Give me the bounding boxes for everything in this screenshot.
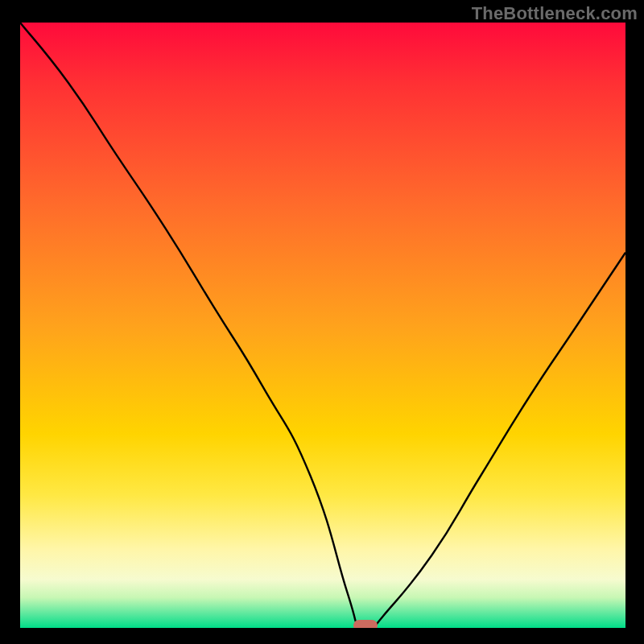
plot-area — [20, 23, 625, 628]
bottleneck-curve — [20, 23, 625, 628]
curve-svg — [20, 23, 625, 628]
watermark-text: TheBottleneck.com — [472, 3, 638, 24]
optimum-marker — [353, 620, 378, 628]
chart-container: TheBottleneck.com — [0, 0, 644, 644]
